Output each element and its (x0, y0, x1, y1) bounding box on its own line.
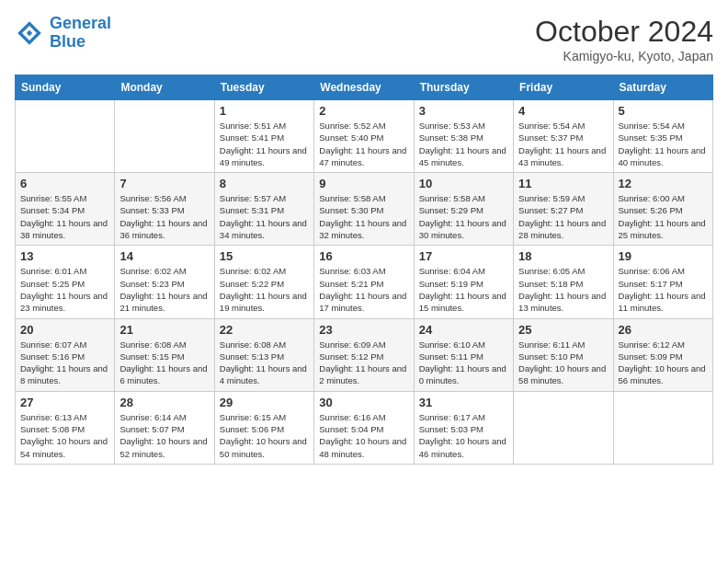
calendar-cell: 2Sunrise: 5:52 AM Sunset: 5:40 PM Daylig… (314, 100, 414, 173)
day-info: Sunrise: 5:53 AM Sunset: 5:38 PM Dayligh… (419, 120, 508, 168)
logo: General Blue (15, 15, 111, 52)
calendar-cell: 1Sunrise: 5:51 AM Sunset: 5:41 PM Daylig… (214, 100, 313, 173)
day-number: 27 (20, 396, 109, 409)
col-header-friday: Friday (514, 75, 613, 100)
day-info: Sunrise: 5:52 AM Sunset: 5:40 PM Dayligh… (319, 120, 408, 168)
day-number: 12 (619, 177, 708, 190)
day-number: 17 (419, 249, 508, 263)
col-header-thursday: Thursday (414, 75, 513, 100)
calendar-cell: 19Sunrise: 6:06 AM Sunset: 5:17 PM Dayli… (613, 246, 712, 318)
day-info: Sunrise: 6:17 AM Sunset: 5:03 PM Dayligh… (419, 411, 508, 460)
calendar-cell: 29Sunrise: 6:15 AM Sunset: 5:06 PM Dayli… (214, 391, 313, 464)
day-info: Sunrise: 6:08 AM Sunset: 5:13 PM Dayligh… (220, 339, 309, 387)
col-header-wednesday: Wednesday (314, 75, 414, 100)
day-number: 3 (419, 104, 508, 118)
calendar-cell: 20Sunrise: 6:07 AM Sunset: 5:16 PM Dayli… (16, 318, 115, 391)
day-number: 29 (220, 396, 309, 409)
day-number: 9 (319, 177, 408, 190)
day-info: Sunrise: 6:13 AM Sunset: 5:08 PM Dayligh… (20, 411, 109, 460)
day-number: 22 (220, 323, 309, 337)
day-info: Sunrise: 5:55 AM Sunset: 5:34 PM Dayligh… (20, 192, 109, 241)
calendar-cell: 3Sunrise: 5:53 AM Sunset: 5:38 PM Daylig… (414, 100, 513, 173)
calendar-cell: 6Sunrise: 5:55 AM Sunset: 5:34 PM Daylig… (16, 173, 115, 246)
day-number: 6 (20, 177, 109, 190)
calendar-cell: 4Sunrise: 5:54 AM Sunset: 5:37 PM Daylig… (514, 100, 613, 173)
day-info: Sunrise: 6:09 AM Sunset: 5:12 PM Dayligh… (319, 339, 408, 387)
calendar-cell: 7Sunrise: 5:56 AM Sunset: 5:33 PM Daylig… (115, 173, 214, 246)
calendar-table: SundayMondayTuesdayWednesdayThursdayFrid… (15, 75, 713, 465)
day-number: 25 (518, 323, 608, 337)
calendar-cell: 5Sunrise: 5:54 AM Sunset: 5:35 PM Daylig… (613, 100, 712, 173)
week-row-2: 6Sunrise: 5:55 AM Sunset: 5:34 PM Daylig… (16, 173, 713, 246)
day-info: Sunrise: 5:58 AM Sunset: 5:29 PM Dayligh… (419, 192, 508, 241)
col-header-sunday: Sunday (16, 75, 115, 100)
day-number: 19 (619, 249, 708, 263)
week-row-3: 13Sunrise: 6:01 AM Sunset: 5:25 PM Dayli… (16, 246, 713, 318)
day-number: 1 (220, 104, 309, 118)
day-info: Sunrise: 6:12 AM Sunset: 5:09 PM Dayligh… (619, 339, 708, 387)
page-header: General Blue October 2024 Kamigyo-ku, Ky… (15, 15, 713, 63)
day-info: Sunrise: 6:00 AM Sunset: 5:26 PM Dayligh… (619, 192, 708, 241)
day-number: 20 (20, 323, 109, 337)
day-number: 28 (119, 396, 209, 409)
day-number: 31 (419, 396, 508, 409)
calendar-cell: 24Sunrise: 6:10 AM Sunset: 5:11 PM Dayli… (414, 318, 513, 391)
day-info: Sunrise: 5:51 AM Sunset: 5:41 PM Dayligh… (220, 120, 309, 168)
day-number: 21 (119, 323, 209, 337)
logo-icon (15, 18, 44, 48)
calendar-cell: 25Sunrise: 6:11 AM Sunset: 5:10 PM Dayli… (514, 318, 613, 391)
day-number: 7 (119, 177, 209, 190)
month-title: October 2024 (535, 15, 713, 49)
day-info: Sunrise: 5:59 AM Sunset: 5:27 PM Dayligh… (518, 192, 608, 241)
day-info: Sunrise: 5:56 AM Sunset: 5:33 PM Dayligh… (119, 192, 209, 241)
day-number: 13 (20, 249, 109, 263)
day-number: 15 (220, 249, 309, 263)
day-info: Sunrise: 5:54 AM Sunset: 5:37 PM Dayligh… (518, 120, 608, 168)
day-info: Sunrise: 6:14 AM Sunset: 5:07 PM Dayligh… (119, 411, 209, 460)
calendar-cell: 15Sunrise: 6:02 AM Sunset: 5:22 PM Dayli… (214, 246, 313, 318)
day-info: Sunrise: 6:04 AM Sunset: 5:19 PM Dayligh… (419, 265, 508, 314)
day-info: Sunrise: 6:07 AM Sunset: 5:16 PM Dayligh… (20, 339, 109, 387)
day-info: Sunrise: 6:15 AM Sunset: 5:06 PM Dayligh… (220, 411, 309, 460)
calendar-cell: 13Sunrise: 6:01 AM Sunset: 5:25 PM Dayli… (16, 246, 115, 318)
day-number: 30 (319, 396, 408, 409)
logo-line2: Blue (50, 32, 85, 51)
day-number: 4 (518, 104, 608, 118)
header-row: SundayMondayTuesdayWednesdayThursdayFrid… (16, 75, 713, 100)
calendar-cell (16, 100, 115, 173)
calendar-cell: 14Sunrise: 6:02 AM Sunset: 5:23 PM Dayli… (115, 246, 214, 318)
day-number: 10 (419, 177, 508, 190)
col-header-monday: Monday (115, 75, 214, 100)
title-block: October 2024 Kamigyo-ku, Kyoto, Japan (535, 15, 713, 63)
calendar-cell: 18Sunrise: 6:05 AM Sunset: 5:18 PM Dayli… (514, 246, 613, 318)
calendar-cell: 11Sunrise: 5:59 AM Sunset: 5:27 PM Dayli… (514, 173, 613, 246)
week-row-5: 27Sunrise: 6:13 AM Sunset: 5:08 PM Dayli… (16, 391, 713, 464)
day-number: 8 (220, 177, 309, 190)
calendar-cell: 9Sunrise: 5:58 AM Sunset: 5:30 PM Daylig… (314, 173, 414, 246)
logo-text: General Blue (50, 15, 111, 52)
day-info: Sunrise: 6:05 AM Sunset: 5:18 PM Dayligh… (518, 265, 608, 314)
day-info: Sunrise: 6:06 AM Sunset: 5:17 PM Dayligh… (619, 265, 708, 314)
calendar-cell: 22Sunrise: 6:08 AM Sunset: 5:13 PM Dayli… (214, 318, 313, 391)
calendar-cell: 31Sunrise: 6:17 AM Sunset: 5:03 PM Dayli… (414, 391, 513, 464)
day-info: Sunrise: 5:57 AM Sunset: 5:31 PM Dayligh… (220, 192, 309, 241)
day-info: Sunrise: 5:58 AM Sunset: 5:30 PM Dayligh… (319, 192, 408, 241)
col-header-saturday: Saturday (613, 75, 712, 100)
day-info: Sunrise: 6:11 AM Sunset: 5:10 PM Dayligh… (518, 339, 608, 387)
calendar-cell: 17Sunrise: 6:04 AM Sunset: 5:19 PM Dayli… (414, 246, 513, 318)
calendar-cell: 23Sunrise: 6:09 AM Sunset: 5:12 PM Dayli… (314, 318, 414, 391)
week-row-1: 1Sunrise: 5:51 AM Sunset: 5:41 PM Daylig… (16, 100, 713, 173)
day-number: 11 (518, 177, 608, 190)
col-header-tuesday: Tuesday (214, 75, 313, 100)
day-info: Sunrise: 5:54 AM Sunset: 5:35 PM Dayligh… (619, 120, 708, 168)
calendar-cell: 8Sunrise: 5:57 AM Sunset: 5:31 PM Daylig… (214, 173, 313, 246)
day-number: 2 (319, 104, 408, 118)
day-number: 18 (518, 249, 608, 263)
calendar-cell (115, 100, 214, 173)
calendar-cell: 12Sunrise: 6:00 AM Sunset: 5:26 PM Dayli… (613, 173, 712, 246)
day-number: 5 (619, 104, 708, 118)
calendar-cell: 28Sunrise: 6:14 AM Sunset: 5:07 PM Dayli… (115, 391, 214, 464)
day-number: 24 (419, 323, 508, 337)
calendar-cell: 21Sunrise: 6:08 AM Sunset: 5:15 PM Dayli… (115, 318, 214, 391)
week-row-4: 20Sunrise: 6:07 AM Sunset: 5:16 PM Dayli… (16, 318, 713, 391)
